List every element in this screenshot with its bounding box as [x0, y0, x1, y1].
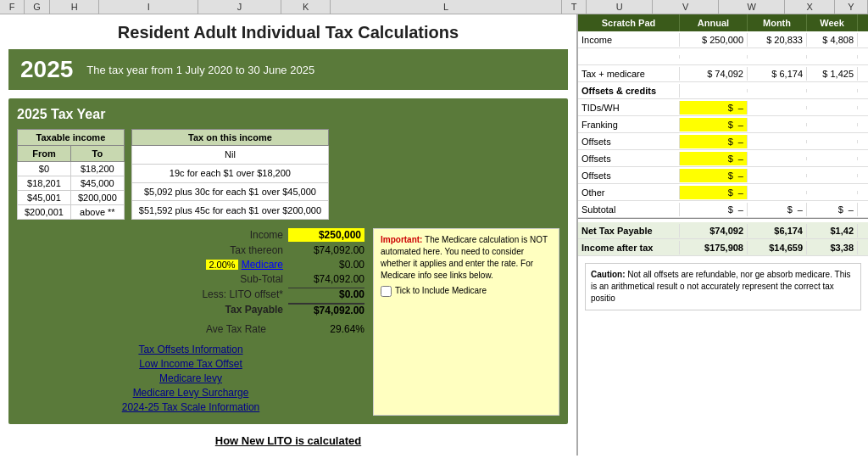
scratch-subtotal-label: Subtotal [578, 203, 680, 216]
link-tax-scale[interactable]: 2024-25 Tax Scale Information [17, 401, 364, 413]
table-row: $51,592 plus 45c for each $1 over $200,0… [131, 201, 328, 220]
to-0: $18,200 [70, 162, 124, 176]
scratch-divider [578, 218, 868, 219]
tax-payable-row: Tax Payable $74,092.00 [17, 303, 364, 316]
scratch-other-annual[interactable]: $ – [680, 186, 748, 199]
scratch-income-after-row: Income after tax $175,908 $14,659 $3,38 [578, 239, 868, 256]
scratch-blank-row [578, 48, 868, 65]
link-low-income[interactable]: Low Income Tax Offset [17, 358, 364, 370]
scratch-franking-annual[interactable]: $ – [680, 118, 748, 131]
from-0: $0 [18, 162, 71, 176]
right-panel: Scratch Pad Annual Month Week Income $ 2… [576, 14, 868, 456]
scratch-other-month [748, 191, 807, 194]
scratch-tids-row: TIDs/WH $ – [578, 99, 868, 116]
link-medicare-surcharge[interactable]: Medicare Levy Surcharge [17, 387, 364, 399]
tax-rate-3: $51,592 plus 45c for each $1 over $200,0… [131, 201, 328, 220]
income-value[interactable]: $250,000 [288, 228, 364, 242]
col-f: F [0, 0, 25, 14]
scratch-month-header: Month [748, 14, 807, 31]
links-section: Tax Offsets Information Low Income Tax O… [17, 344, 364, 413]
scratch-pad-header: Scratch Pad Annual Month Week [578, 14, 868, 31]
scratch-pad-title: Scratch Pad [578, 14, 680, 31]
tax-rate-0: Nil [131, 146, 328, 165]
col-w: W [719, 0, 785, 14]
scratch-net-tax-month: $6,174 [748, 224, 807, 238]
col-h: H [50, 0, 100, 14]
scratch-franking-week [807, 123, 858, 126]
subtotal-row: Sub-Total $74,092.00 [17, 273, 364, 285]
scratch-tids-label: TIDs/WH [578, 101, 680, 115]
caution-text: Not all offsets are refundable, nor ge a… [591, 270, 850, 303]
scratch-franking-row: Franking $ – [578, 116, 868, 133]
col-x: X [785, 0, 835, 14]
lito-title[interactable]: How New LITO is calculated [8, 434, 568, 447]
scratch-offsets-annual [680, 89, 748, 92]
tax-payable-value: $74,092.00 [288, 303, 364, 316]
scratch-offsets-header-label: Offsets & credits [578, 84, 680, 98]
important-note-box: Important: The Medicare calculation is N… [373, 228, 559, 416]
scratch-offsets2-month [748, 157, 807, 160]
scratch-blank-week [807, 55, 858, 59]
scratch-income-row: Income $ 250,000 $ 20,833 $ 4,808 [578, 31, 868, 48]
scratch-tids-annual[interactable]: $ – [680, 101, 748, 115]
table-row: 19c for each $1 over $18,200 [131, 164, 328, 182]
caution-box: Caution: Not all offsets are refundable,… [585, 263, 861, 310]
tax-rate-2: $5,092 plus 30c for each $1 over $45,000 [131, 182, 328, 201]
medicare-pct[interactable]: 2.00% [206, 260, 237, 270]
scratch-offsets1-row: Offsets $ – [578, 133, 868, 150]
scratch-subtotal-month: $ – [748, 203, 807, 216]
scratch-income-label: Income [578, 33, 680, 47]
table-row: $5,092 plus 30c for each $1 over $45,000 [131, 182, 328, 201]
calc-left: Income $250,000 Tax thereon $74,092.00 2… [17, 228, 364, 416]
medicare-checkbox-label: Tick to Include Medicare [395, 285, 487, 297]
taxable-income-header: Taxable income [18, 130, 125, 146]
col-g: G [25, 0, 49, 14]
scratch-offsets3-annual[interactable]: $ – [680, 169, 748, 182]
table-row: $200,001 above ** [18, 205, 125, 220]
scratch-income-after-week: $3,38 [807, 241, 858, 254]
tax-thereon-label: Tax thereon [230, 244, 283, 256]
scratch-tax-month: $ 6,174 [748, 67, 807, 81]
tax-year-box: 2025 Tax Year Taxable income From To [8, 98, 568, 424]
scratch-annual-header: Annual [680, 14, 748, 31]
to-2: $200,000 [70, 191, 124, 205]
scratch-offsets3-row: Offsets $ – [578, 167, 868, 184]
subtotal-label: Sub-Total [240, 273, 283, 285]
tables-row: Taxable income From To $0 $18,200 [17, 129, 559, 220]
from-2: $45,001 [18, 191, 71, 205]
scratch-offsets2-annual[interactable]: $ – [680, 152, 748, 165]
year-number: 2025 [20, 56, 73, 83]
scratch-other-label: Other [578, 186, 680, 199]
tax-payable-label: Tax Payable [225, 304, 283, 316]
calc-section: Income $250,000 Tax thereon $74,092.00 2… [17, 228, 559, 416]
scratch-offsets3-week [807, 174, 858, 177]
scratch-blank-label [578, 55, 680, 59]
scratch-offsets1-label: Offsets [578, 135, 680, 148]
scratch-offsets3-month [748, 174, 807, 177]
scratch-income-annual: $ 250,000 [680, 33, 748, 47]
scratch-subtotal-row: Subtotal $ – $ – $ – [578, 201, 868, 218]
medicare-value: $0.00 [288, 259, 364, 271]
scratch-tax-annual: $ 74,092 [680, 67, 748, 81]
from-1: $18,201 [18, 176, 71, 191]
ave-tax-row: Ave Tax Rate 29.64% [17, 323, 364, 335]
col-t: T [562, 0, 587, 14]
scratch-franking-month [748, 123, 807, 126]
subtotal-value: $74,092.00 [288, 273, 364, 285]
scratch-income-after-month: $14,659 [748, 241, 807, 254]
scratch-offsets1-month [748, 140, 807, 143]
scratch-income-week: $ 4,808 [807, 33, 858, 47]
scratch-net-tax-label: Net Tax Payable [578, 224, 680, 238]
link-medicare-levy[interactable]: Medicare levy [17, 372, 364, 384]
scratch-tids-week [807, 106, 858, 109]
scratch-week-header: Week [807, 14, 858, 31]
col-v: V [653, 0, 719, 14]
medicare-checkbox[interactable] [381, 286, 392, 297]
col-y: Y [835, 0, 868, 14]
link-tax-offsets[interactable]: Tax Offsets Information [17, 344, 364, 355]
scratch-tids-month [748, 106, 807, 109]
col-l: L [331, 0, 561, 14]
scratch-offsets-week [807, 89, 858, 92]
medicare-link[interactable]: Medicare [242, 259, 283, 271]
scratch-offsets1-annual[interactable]: $ – [680, 135, 748, 148]
